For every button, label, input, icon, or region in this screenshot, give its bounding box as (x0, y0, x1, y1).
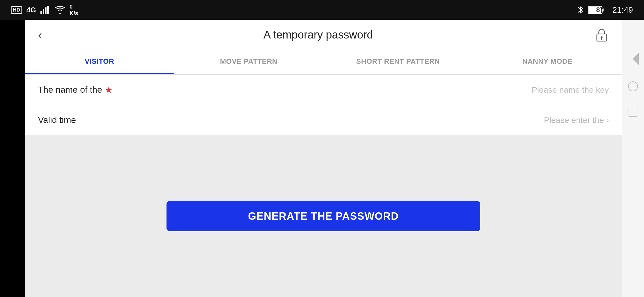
form-section: The name of the ★ Please name the key Va… (25, 75, 622, 135)
tab-nanny-mode[interactable]: NANNY MODE (473, 50, 622, 74)
recents-square-icon[interactable] (629, 108, 637, 117)
tab-visitor[interactable]: VISITOR (25, 50, 174, 74)
wifi-icon (55, 6, 65, 14)
clock: 21:49 (612, 5, 633, 15)
svg-rect-1 (43, 9, 44, 14)
tabs-bar: VISITOR MOVE PATTERN SHORT RENT PATTERN … (25, 50, 622, 75)
valid-time-row[interactable]: Valid time Please enter the › (25, 105, 622, 135)
main-container: ‹ A temporary password VISITOR MOVE PATT… (0, 20, 644, 297)
button-area: GENERATE THE PASSWORD (25, 135, 622, 297)
svg-rect-3 (47, 6, 49, 14)
network-speed: 0 K/s (70, 3, 78, 16)
name-row[interactable]: The name of the ★ Please name the key (25, 75, 622, 105)
svg-rect-0 (40, 11, 42, 14)
hd-badge: HD (11, 6, 22, 14)
status-right: 87 21:49 (577, 5, 633, 15)
bluetooth-icon (577, 5, 583, 15)
valid-time-label: Valid time (38, 115, 76, 125)
form-area: The name of the ★ Please name the key Va… (25, 75, 622, 297)
signal-bars-icon (40, 6, 50, 14)
back-button[interactable]: ‹ (38, 28, 42, 42)
lock-icon (594, 28, 609, 42)
required-star: ★ (105, 85, 113, 95)
name-label: The name of the ★ (38, 85, 113, 95)
chevron-right-icon: › (606, 116, 609, 125)
svg-point-8 (601, 36, 603, 38)
status-left: HD 4G 0 K/s (11, 3, 78, 16)
back-triangle-icon[interactable] (627, 53, 639, 65)
name-placeholder: Please name the key (532, 85, 609, 95)
page-title: A temporary password (263, 29, 373, 41)
status-bar: HD 4G 0 K/s 87 21:49 (0, 0, 644, 20)
battery-level: 87 (596, 6, 604, 14)
tab-short-rent[interactable]: SHORT RENT PATTERN (323, 50, 473, 74)
app-content: ‹ A temporary password VISITOR MOVE PATT… (25, 20, 622, 297)
app-header: ‹ A temporary password (25, 20, 622, 50)
valid-time-placeholder: Please enter the › (544, 116, 609, 125)
home-circle-icon[interactable] (628, 81, 638, 91)
generate-password-button[interactable]: GENERATE THE PASSWORD (167, 201, 480, 231)
svg-rect-2 (45, 7, 47, 14)
left-strip (0, 20, 25, 297)
right-panel (622, 20, 644, 297)
signal-4g: 4G (26, 6, 36, 14)
tab-move-pattern[interactable]: MOVE PATTERN (174, 50, 324, 74)
